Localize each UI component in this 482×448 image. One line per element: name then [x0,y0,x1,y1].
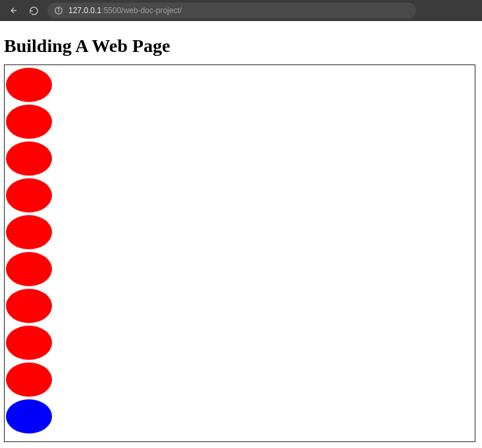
page-title: Building A Web Page [4,36,478,57]
oval-shape [6,105,52,139]
browser-toolbar: 127.0.0.1:5500/web-doc-project/ [0,0,482,21]
oval-shape [6,289,52,323]
arrow-left-icon [7,5,18,16]
url-text: 127.0.0.1:5500/web-doc-project/ [68,6,182,15]
oval-shape [6,68,52,102]
oval-shape [6,141,52,176]
address-bar[interactable]: 127.0.0.1:5500/web-doc-project/ [47,3,416,18]
oval-shape [6,326,52,360]
url-host: 127.0.0.1 [68,6,101,15]
shape-column [5,65,475,436]
oval-shape [6,252,52,286]
canvas-container [4,64,475,442]
reload-button[interactable] [26,3,41,18]
info-icon [54,6,63,15]
oval-shape [6,399,52,434]
page-viewport: Building A Web Page [0,36,482,442]
reload-icon [29,6,39,16]
oval-shape [6,215,52,249]
back-button[interactable] [5,3,20,18]
url-path: :5500/web-doc-project/ [101,6,182,15]
oval-shape [6,178,52,212]
oval-shape [6,362,52,397]
svg-point-3 [59,9,59,9]
